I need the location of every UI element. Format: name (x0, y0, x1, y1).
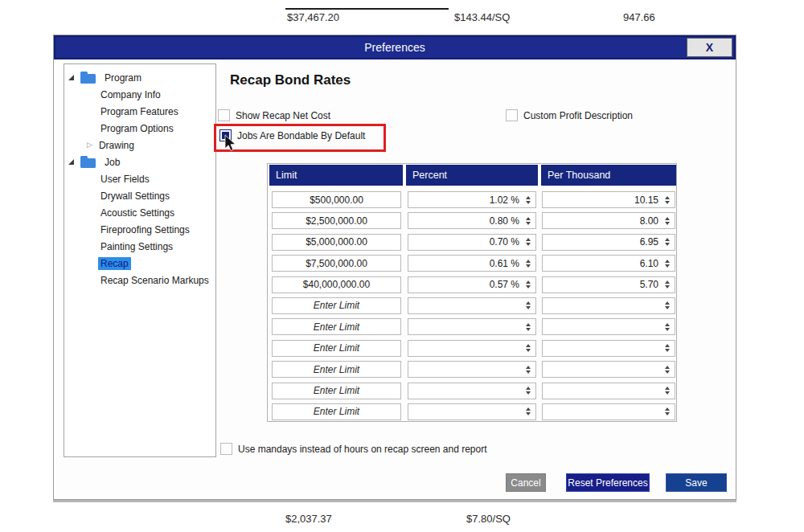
dialog-titlebar[interactable]: Preferences (54, 35, 736, 59)
spinner-up-icon[interactable] (526, 387, 531, 390)
spinner-up-icon[interactable] (665, 301, 670, 305)
spinner-down-icon[interactable] (665, 243, 670, 246)
spinner-up-icon[interactable] (526, 301, 531, 305)
close-button[interactable]: X (687, 38, 732, 57)
spinner-down-icon[interactable] (526, 306, 531, 309)
spinner-down-icon[interactable] (526, 201, 531, 204)
spinner-up-icon[interactable] (665, 387, 670, 390)
spinner-up-icon[interactable] (526, 280, 531, 284)
tree-item-program[interactable]: Program (64, 69, 215, 86)
limit-field[interactable]: Enter Limit (272, 297, 401, 314)
spinner-down-icon[interactable] (665, 328, 670, 331)
limit-field[interactable]: $2,500,000.00 (272, 212, 401, 229)
limit-field[interactable]: Enter Limit (272, 318, 401, 335)
expander-expanded-icon[interactable] (68, 159, 74, 165)
spinner-down-icon[interactable] (665, 201, 670, 204)
spinner-down-icon[interactable] (526, 285, 531, 289)
limit-field[interactable]: $5,000,000.00 (272, 234, 401, 251)
tree-item-acoustic-settings[interactable]: Acoustic Settings (64, 204, 215, 221)
spinner-updown-icon[interactable] (665, 387, 670, 395)
percent-field[interactable] (408, 297, 536, 314)
percent-field[interactable]: 0.80 % (408, 212, 536, 229)
limit-field[interactable]: Enter Limit (272, 340, 401, 357)
spinner-down-icon[interactable] (665, 412, 670, 415)
percent-field[interactable] (408, 383, 536, 399)
spinner-updown-icon[interactable] (526, 280, 531, 289)
per-thousand-field[interactable]: 6.10 (542, 255, 675, 272)
limit-field[interactable]: $40,000,000.00 (272, 276, 401, 293)
spinner-up-icon[interactable] (526, 323, 531, 326)
per-thousand-field[interactable] (542, 297, 675, 314)
tree-item-program-features[interactable]: Program Features (64, 103, 215, 120)
spinner-updown-icon[interactable] (665, 238, 670, 246)
cancel-button[interactable]: Cancel (506, 473, 546, 492)
spinner-up-icon[interactable] (665, 196, 670, 199)
spinner-up-icon[interactable] (526, 366, 531, 369)
spinner-updown-icon[interactable] (526, 301, 531, 309)
expander-expanded-icon[interactable] (68, 75, 74, 80)
percent-field[interactable] (408, 403, 536, 420)
spinner-updown-icon[interactable] (665, 301, 670, 309)
spinner-updown-icon[interactable] (526, 323, 531, 331)
tree-item-drywall-settings[interactable]: Drywall Settings (64, 187, 215, 204)
spinner-up-icon[interactable] (526, 196, 531, 199)
spinner-up-icon[interactable] (665, 238, 670, 241)
limit-field[interactable]: $500,000.00 (272, 191, 401, 208)
spinner-down-icon[interactable] (526, 243, 531, 246)
spinner-down-icon[interactable] (526, 222, 531, 225)
spinner-down-icon[interactable] (526, 328, 531, 331)
tree-item-drawing[interactable]: ▷Drawing (64, 137, 215, 153)
per-thousand-field[interactable] (542, 403, 675, 420)
spinner-up-icon[interactable] (665, 323, 670, 326)
spinner-up-icon[interactable] (665, 280, 670, 284)
tree-item-program-options[interactable]: Program Options (64, 120, 215, 137)
spinner-updown-icon[interactable] (665, 280, 670, 289)
spinner-down-icon[interactable] (665, 370, 670, 374)
spinner-down-icon[interactable] (526, 349, 531, 352)
tree-item-user-fields[interactable]: User Fields (64, 170, 215, 187)
spinner-down-icon[interactable] (526, 391, 531, 395)
per-thousand-field[interactable]: 6.95 (542, 234, 675, 251)
per-thousand-field[interactable]: 5.70 (542, 276, 675, 293)
spinner-updown-icon[interactable] (526, 344, 531, 352)
percent-field[interactable]: 1.02 % (408, 191, 536, 208)
spinner-up-icon[interactable] (665, 344, 670, 347)
per-thousand-field[interactable]: 10.15 (542, 191, 675, 208)
spinner-updown-icon[interactable] (526, 407, 531, 415)
per-thousand-field[interactable] (542, 383, 675, 399)
spinner-updown-icon[interactable] (526, 260, 531, 268)
spinner-up-icon[interactable] (526, 260, 531, 263)
spinner-down-icon[interactable] (665, 285, 670, 289)
spinner-updown-icon[interactable] (526, 387, 531, 395)
spinner-down-icon[interactable] (526, 264, 531, 268)
spinner-updown-icon[interactable] (526, 217, 531, 225)
spinner-updown-icon[interactable] (665, 407, 670, 415)
percent-field[interactable] (408, 361, 536, 378)
spinner-updown-icon[interactable] (526, 366, 531, 374)
custom-profit-description-checkbox[interactable] (506, 109, 518, 121)
spinner-updown-icon[interactable] (665, 217, 670, 225)
show-recap-net-cost-checkbox[interactable] (218, 109, 230, 121)
spinner-updown-icon[interactable] (665, 344, 670, 352)
per-thousand-field[interactable] (542, 340, 675, 357)
save-button[interactable]: Save (666, 473, 727, 492)
spinner-updown-icon[interactable] (665, 260, 670, 268)
spinner-up-icon[interactable] (665, 217, 670, 220)
spinner-down-icon[interactable] (665, 306, 670, 309)
limit-field[interactable]: $7,500,000.00 (272, 255, 401, 272)
reset-preferences-button[interactable]: Reset Preferences (566, 473, 650, 492)
spinner-up-icon[interactable] (526, 217, 531, 220)
tree-item-recap[interactable]: Recap (64, 255, 215, 272)
spinner-updown-icon[interactable] (665, 366, 670, 374)
spinner-down-icon[interactable] (665, 264, 670, 268)
per-thousand-field[interactable]: 8.00 (542, 212, 675, 229)
percent-field[interactable] (408, 340, 536, 357)
tree-item-company-info[interactable]: Company Info (64, 86, 215, 103)
spinner-up-icon[interactable] (526, 344, 531, 347)
percent-field[interactable]: 0.70 % (408, 234, 536, 251)
spinner-updown-icon[interactable] (665, 323, 670, 331)
spinner-updown-icon[interactable] (526, 196, 531, 204)
spinner-up-icon[interactable] (665, 260, 670, 263)
tree-item-painting-settings[interactable]: Painting Settings (64, 238, 215, 255)
limit-field[interactable]: Enter Limit (272, 403, 401, 420)
